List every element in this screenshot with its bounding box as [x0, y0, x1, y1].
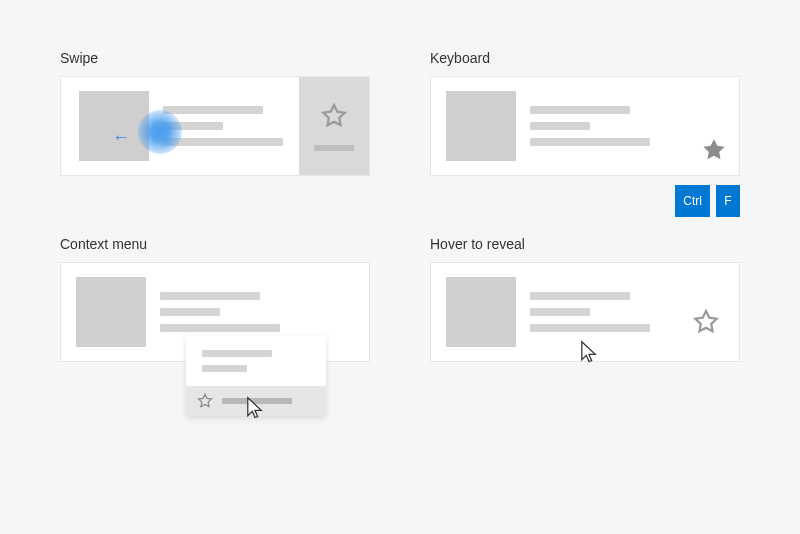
- hover-card[interactable]: [430, 262, 740, 362]
- keyboard-card[interactable]: [430, 76, 740, 176]
- section-title-keyboard: Keyboard: [430, 50, 740, 66]
- swipe-action-label: [314, 145, 354, 151]
- section-title-swipe: Swipe: [60, 50, 370, 66]
- star-filled-icon: [699, 135, 729, 165]
- placeholder-line: [160, 324, 280, 332]
- thumbnail: [79, 91, 149, 161]
- swipe-action-panel[interactable]: [299, 77, 369, 175]
- arrow-left-icon: ←: [112, 128, 130, 146]
- menu-item[interactable]: [202, 350, 272, 357]
- thumbnail: [446, 277, 516, 347]
- placeholder-line: [160, 292, 260, 300]
- menu-item[interactable]: [202, 365, 247, 372]
- menu-item-label: [222, 398, 292, 404]
- placeholder-line: [530, 308, 590, 316]
- thumbnail: [76, 277, 146, 347]
- thumbnail: [446, 91, 516, 161]
- placeholder-line: [163, 122, 223, 130]
- key-ctrl[interactable]: Ctrl: [675, 185, 710, 217]
- key-f[interactable]: F: [716, 185, 740, 217]
- section-title-context: Context menu: [60, 236, 370, 252]
- star-outline-icon: [196, 392, 214, 410]
- menu-item-favorite[interactable]: [186, 386, 326, 416]
- section-title-hover: Hover to reveal: [430, 236, 740, 252]
- placeholder-lines: [146, 292, 369, 332]
- placeholder-line: [530, 138, 650, 146]
- section-swipe: Swipe ←: [60, 50, 370, 176]
- placeholder-line: [163, 138, 283, 146]
- placeholder-line: [163, 106, 263, 114]
- star-outline-icon: [319, 101, 349, 131]
- placeholder-lines: [149, 106, 299, 146]
- placeholder-line: [530, 324, 650, 332]
- placeholder-line: [160, 308, 220, 316]
- menu-items: [186, 336, 326, 386]
- placeholder-line: [530, 106, 630, 114]
- placeholder-line: [530, 122, 590, 130]
- keyboard-keys: Ctrl F: [675, 185, 740, 217]
- section-hover: Hover to reveal: [430, 236, 740, 362]
- swipe-card[interactable]: [60, 76, 370, 176]
- placeholder-line: [530, 292, 630, 300]
- star-outline-icon[interactable]: [691, 307, 721, 337]
- section-keyboard: Keyboard Ctrl F: [430, 50, 740, 176]
- section-context: Context menu: [60, 236, 370, 362]
- context-menu[interactable]: [186, 336, 326, 416]
